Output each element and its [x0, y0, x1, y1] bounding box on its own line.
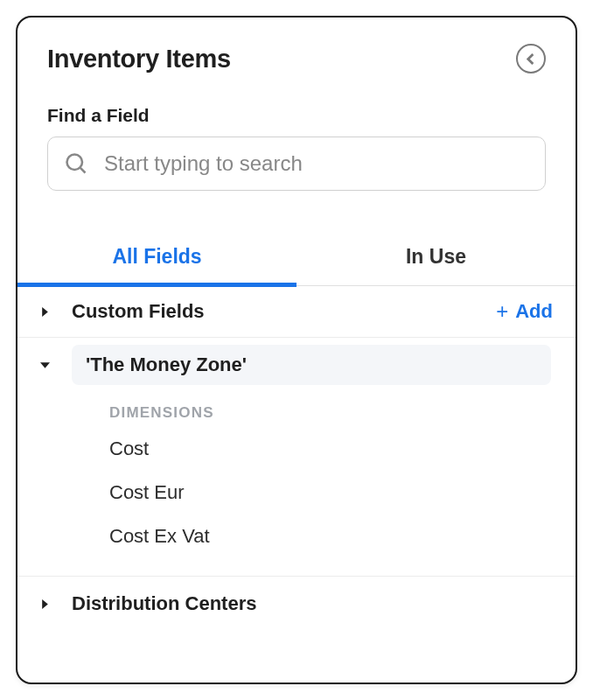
section-custom-fields[interactable]: Custom Fields + Add	[17, 286, 576, 338]
group-label: 'The Money Zone'	[72, 345, 551, 385]
svg-marker-2	[42, 307, 48, 317]
search-input[interactable]	[104, 151, 529, 176]
field-picker-panel: Inventory Items Find a Field All Fields …	[16, 16, 577, 684]
group-header[interactable]: 'The Money Zone'	[17, 345, 576, 385]
panel-title: Inventory Items	[47, 45, 231, 74]
custom-fields-label: Custom Fields	[72, 300, 496, 323]
tab-in-use[interactable]: In Use	[296, 233, 576, 285]
group-money-zone: 'The Money Zone' DIMENSIONS Cost Cost Eu…	[17, 338, 576, 558]
back-button[interactable]	[516, 44, 546, 74]
svg-marker-3	[40, 362, 50, 368]
caret-right-icon	[37, 307, 52, 317]
dimension-item-cost-ex-vat[interactable]: Cost Ex Vat	[17, 514, 576, 558]
tab-all-fields[interactable]: All Fields	[17, 233, 296, 287]
search-section: Find a Field	[17, 74, 576, 191]
svg-marker-4	[42, 599, 48, 609]
distribution-label: Distribution Centers	[72, 592, 553, 615]
panel-header: Inventory Items	[17, 18, 576, 74]
dimension-item-cost[interactable]: Cost	[17, 427, 576, 471]
add-label: Add	[515, 300, 553, 323]
svg-point-0	[67, 155, 83, 171]
tabs: All Fields In Use	[17, 233, 576, 286]
add-custom-field-button[interactable]: + Add	[496, 300, 553, 323]
search-icon	[64, 151, 88, 176]
caret-down-icon	[37, 360, 52, 370]
dimensions-heading: DIMENSIONS	[17, 385, 576, 427]
caret-right-icon	[37, 599, 52, 609]
chevron-left-icon	[526, 53, 537, 65]
svg-line-1	[80, 168, 86, 173]
section-distribution-centers[interactable]: Distribution Centers	[17, 576, 576, 631]
plus-icon: +	[496, 301, 508, 322]
search-box[interactable]	[47, 136, 546, 191]
dimension-item-cost-eur[interactable]: Cost Eur	[17, 471, 576, 514]
search-label: Find a Field	[47, 105, 546, 126]
